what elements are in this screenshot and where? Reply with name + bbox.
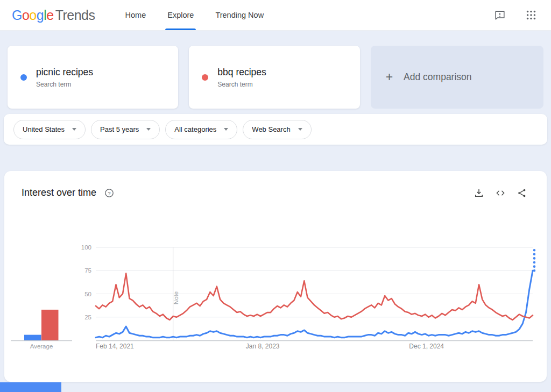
- chart-title: Interest over time: [22, 187, 96, 198]
- interest-over-time-chart[interactable]: 255075100NoteAverageFeb 14, 2021Jan 8, 2…: [4, 234, 547, 364]
- chevron-down-icon: [72, 128, 76, 131]
- download-icon[interactable]: [474, 188, 484, 198]
- term-subtitle: Search term: [217, 81, 266, 88]
- chart-actions: [474, 188, 527, 198]
- chevron-down-icon: [146, 128, 151, 131]
- google-logo-wordmark: Google: [12, 8, 54, 23]
- category-filter-dropdown[interactable]: All categories: [165, 120, 237, 139]
- feedback-icon[interactable]: [494, 9, 506, 21]
- series-color-dot-blue: [20, 74, 27, 81]
- embed-code-icon[interactable]: [495, 188, 506, 198]
- svg-text:100: 100: [81, 244, 91, 251]
- help-glyph: ?: [108, 190, 110, 196]
- partial-bottom-element: [0, 382, 61, 392]
- time-range-value: Past 5 years: [100, 125, 139, 133]
- nav-tab-home[interactable]: Home: [125, 0, 146, 30]
- time-range-filter-dropdown[interactable]: Past 5 years: [91, 120, 160, 139]
- interest-over-time-card: Interest over time ? 255075100NoteAverag…: [4, 171, 547, 382]
- svg-text:Feb 14, 2021: Feb 14, 2021: [96, 343, 134, 350]
- geo-filter-value: United States: [23, 125, 65, 133]
- header-actions: [494, 9, 537, 21]
- chevron-down-icon: [298, 128, 302, 131]
- svg-text:75: 75: [84, 267, 91, 274]
- chart-header: Interest over time ?: [4, 171, 547, 198]
- svg-text:Average: Average: [30, 343, 53, 350]
- search-term-card-picnic-recipes[interactable]: picnic recipes Search term: [8, 46, 178, 109]
- nav-tab-explore[interactable]: Explore: [167, 0, 194, 30]
- chevron-down-icon: [224, 128, 228, 131]
- filters-bar: United States Past 5 years All categorie…: [4, 114, 547, 145]
- plus-icon: +: [386, 70, 393, 84]
- add-comparison-button[interactable]: + Add comparison: [371, 46, 543, 109]
- comparison-row: picnic recipes Search term bbq recipes S…: [0, 31, 551, 109]
- share-icon[interactable]: [517, 188, 527, 198]
- add-comparison-label: Add comparison: [404, 72, 471, 83]
- main-nav: Home Explore Trending Now: [125, 0, 264, 30]
- search-type-value: Web Search: [252, 125, 290, 133]
- svg-text:Note: Note: [173, 291, 179, 304]
- logo-trends-label: Trends: [55, 8, 95, 23]
- term-subtitle: Search term: [36, 81, 93, 88]
- category-value: All categories: [174, 125, 216, 133]
- nav-tab-trending-now[interactable]: Trending Now: [215, 0, 264, 30]
- help-icon[interactable]: ?: [104, 188, 115, 198]
- search-term-card-bbq-recipes[interactable]: bbq recipes Search term: [189, 46, 359, 109]
- google-trends-logo[interactable]: Google Trends: [12, 8, 95, 23]
- svg-text:Jan 8, 2023: Jan 8, 2023: [246, 343, 280, 350]
- term-title: picnic recipes: [36, 67, 93, 78]
- apps-grid-icon[interactable]: [525, 9, 537, 21]
- term-title: bbq recipes: [217, 67, 266, 78]
- svg-text:Dec 1, 2024: Dec 1, 2024: [409, 343, 444, 350]
- search-type-filter-dropdown[interactable]: Web Search: [243, 120, 311, 139]
- svg-text:50: 50: [84, 291, 91, 297]
- app-header: Google Trends Home Explore Trending Now: [0, 0, 551, 31]
- svg-text:25: 25: [84, 314, 91, 320]
- geo-filter-dropdown[interactable]: United States: [13, 120, 86, 139]
- series-color-dot-red: [202, 74, 208, 81]
